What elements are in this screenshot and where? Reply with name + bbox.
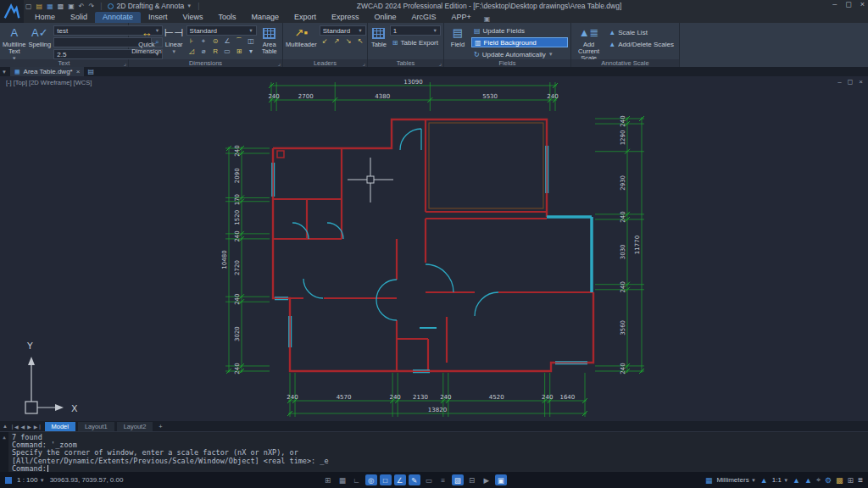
dim-jogged-icon[interactable]: ▭: [222, 47, 233, 56]
table-export-button[interactable]: ⊞ Table Export: [390, 37, 441, 47]
last-layout-icon[interactable]: ▶❘: [34, 424, 42, 430]
auto-scale-icon[interactable]: ▲: [804, 476, 812, 485]
tab-arcgis[interactable]: ArcGIS: [404, 12, 444, 23]
workspace-switch-icon[interactable]: ⌖: [816, 475, 821, 485]
dynamic-input-icon[interactable]: ▭: [423, 474, 435, 485]
tab-tools[interactable]: Tools: [210, 12, 243, 23]
close-icon[interactable]: ×: [76, 68, 81, 75]
command-line-grip[interactable]: ▲: [0, 432, 8, 472]
tab-layout1[interactable]: Layout1: [78, 422, 114, 431]
new-file-icon[interactable]: ▢: [25, 3, 32, 10]
linear-dimension-button[interactable]: ⊢⊣ Linear ▼: [164, 25, 184, 55]
layout-menu-icon[interactable]: ▲: [3, 424, 8, 429]
tab-annotate[interactable]: Annotate: [95, 12, 141, 23]
redo-icon[interactable]: ↷: [89, 3, 95, 10]
dim-more-icon[interactable]: ▾: [246, 47, 257, 56]
settings-gear-icon[interactable]: ⚙: [825, 476, 832, 485]
units-selector[interactable]: Millimeters ▼: [716, 476, 755, 484]
snap-tracking-icon[interactable]: ∠: [394, 474, 406, 485]
status-menu-icon[interactable]: ≡: [858, 475, 863, 485]
tab-model[interactable]: Model: [45, 422, 75, 431]
ribbon-display-icon[interactable]: ▣: [484, 15, 491, 23]
doc-tab-menu-icon[interactable]: ▼: [2, 69, 7, 75]
multileader-style-combo[interactable]: Standard ▼: [320, 25, 366, 36]
dynamic-ucs-icon[interactable]: ✎: [409, 474, 420, 485]
clean-screen-icon[interactable]: ⊞: [848, 476, 854, 485]
tab-home[interactable]: Home: [27, 12, 63, 23]
tab-insert[interactable]: Insert: [141, 12, 175, 23]
plot-icon[interactable]: ▣: [68, 3, 75, 10]
transparency-icon[interactable]: ▨: [452, 474, 464, 485]
selection-cycling-icon[interactable]: ⊟: [466, 474, 478, 485]
doc-minimize-button[interactable]: –: [837, 78, 841, 86]
tab-app-plus[interactable]: APP+: [444, 12, 479, 23]
doc-restore-button[interactable]: ◻: [848, 78, 854, 86]
annotation-scale-selector[interactable]: 1:1 ▼: [772, 476, 788, 484]
dim-tolerance-icon[interactable]: ⊞: [234, 47, 245, 56]
prev-layout-icon[interactable]: ◀: [21, 424, 25, 430]
snap-mode-icon[interactable]: ⊞: [322, 474, 334, 485]
scale-list-button[interactable]: ▲ Scale List: [606, 27, 676, 37]
field-background-button[interactable]: ▥ Field Background: [471, 37, 568, 47]
command-line-panel[interactable]: ▲ 7 found Command: '_zoom Specify the co…: [0, 431, 868, 472]
area-table-button[interactable]: Area Table: [259, 25, 280, 55]
dim-diameter-icon[interactable]: ⌀: [198, 47, 209, 56]
tab-solid[interactable]: Solid: [63, 12, 95, 23]
drawing-canvas[interactable]: [-] [Top] [2D Wireframe] [WCS] – ◻ ×: [0, 76, 868, 421]
dim-radius-icon[interactable]: R: [210, 47, 221, 56]
tab-export[interactable]: Export: [287, 12, 324, 23]
dialog-launcher-icon[interactable]: ⌟: [439, 59, 442, 67]
table-button[interactable]: Table: [370, 25, 387, 48]
remove-leader-icon[interactable]: ↗: [331, 37, 342, 46]
dim-baseline-icon[interactable]: ⊦: [186, 37, 198, 46]
dim-arc-icon[interactable]: ⌒: [234, 37, 245, 46]
undo-icon[interactable]: ↶: [79, 3, 85, 10]
update-automatically-button[interactable]: ↻ Update Automatically ▼: [471, 49, 568, 59]
spelling-button[interactable]: A✓ Spelling: [29, 25, 52, 48]
close-button[interactable]: ×: [860, 0, 865, 8]
multileader-button[interactable]: ↗▪ Multileader: [286, 25, 317, 48]
tab-manage[interactable]: Manage: [243, 12, 287, 23]
add-leader-icon[interactable]: ↙: [320, 37, 331, 46]
tab-views[interactable]: Views: [175, 12, 211, 23]
new-document-icon[interactable]: ▤: [87, 68, 94, 75]
viewport-controls[interactable]: [-] [Top] [2D Wireframe] [WCS]: [6, 79, 92, 86]
dialog-launcher-icon[interactable]: ⌟: [278, 59, 281, 67]
ortho-mode-icon[interactable]: ∟: [351, 474, 363, 485]
next-layout-icon[interactable]: ▶: [27, 424, 31, 430]
lineweight-icon[interactable]: ≡: [437, 474, 449, 485]
isolate-objects-icon[interactable]: ▩: [836, 476, 843, 485]
dim-ordinate-icon[interactable]: ⊙: [210, 37, 221, 46]
add-layout-button[interactable]: +: [155, 423, 165, 430]
save-as-icon[interactable]: ▩: [58, 3, 64, 10]
tab-layout2[interactable]: Layout2: [117, 422, 153, 431]
polar-tracking-icon[interactable]: ◎: [365, 474, 377, 485]
dim-angular-icon[interactable]: ∠: [222, 37, 233, 46]
viewport-scale[interactable]: 1 : 100 ▼: [17, 476, 45, 484]
zwcad-logo[interactable]: [0, 0, 24, 23]
dim-center-icon[interactable]: ⌖: [198, 37, 209, 46]
tab-express[interactable]: Express: [324, 12, 367, 23]
document-tab[interactable]: ▦ Area Table.dwg* ×: [10, 67, 84, 76]
collect-leader-icon[interactable]: ↖: [355, 37, 366, 46]
maximize-button[interactable]: ◻: [845, 0, 851, 8]
workspace-combo[interactable]: 2D Drafting & Annota ▼: [108, 2, 192, 10]
grid-display-icon[interactable]: ▦: [337, 474, 348, 485]
field-button[interactable]: ▤ Field: [447, 25, 469, 48]
hardware-acceleration-icon[interactable]: ▣: [495, 474, 507, 485]
quick-properties-icon[interactable]: ▶: [481, 474, 492, 485]
command-prompt[interactable]: Command:: [12, 465, 868, 473]
object-snap-icon[interactable]: □: [380, 474, 392, 485]
annotation-visibility-icon[interactable]: ▲: [793, 476, 800, 485]
doc-close-button[interactable]: ×: [859, 78, 863, 86]
scale-icon[interactable]: [5, 477, 12, 484]
update-fields-button[interactable]: ▤ Update Fields: [471, 25, 568, 36]
dialog-launcher-icon[interactable]: ⌟: [363, 59, 365, 67]
table-style-combo[interactable]: 1 ▼: [390, 25, 441, 36]
dialog-launcher-icon[interactable]: ⌟: [124, 59, 126, 67]
first-layout-icon[interactable]: ❘◀: [10, 424, 19, 430]
dimension-style-combo[interactable]: Standard ▼: [186, 25, 257, 36]
dim-break-icon[interactable]: ◫: [246, 37, 257, 46]
align-leader-icon[interactable]: ↘: [343, 37, 354, 46]
save-icon[interactable]: ▦: [47, 3, 53, 10]
